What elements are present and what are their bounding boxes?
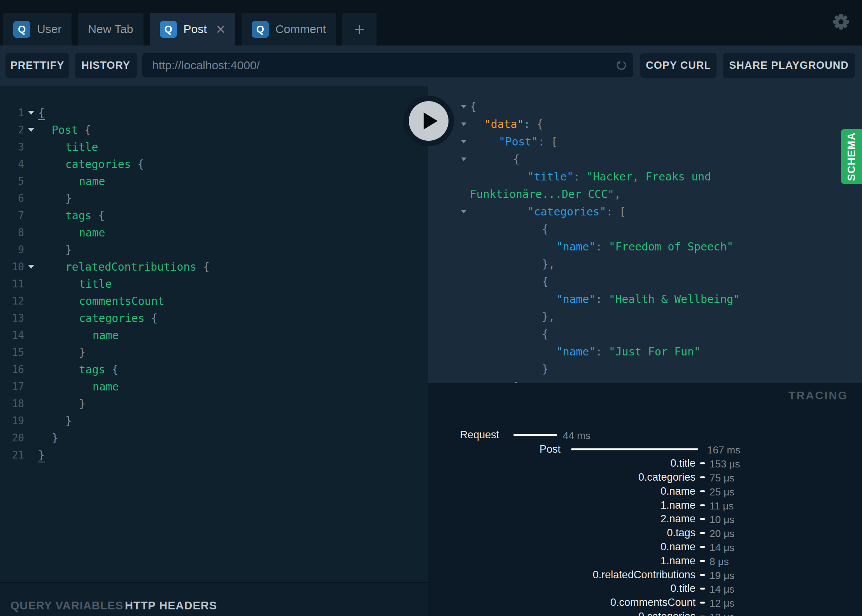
tab-label: Post — [184, 23, 207, 36]
editor-line[interactable]: 15} — [0, 344, 428, 361]
code-token: } — [65, 192, 72, 205]
chevron-down-icon — [28, 128, 34, 132]
line-number: 1 — [0, 107, 24, 119]
settings-gear-icon[interactable] — [832, 12, 850, 31]
reload-schema-icon[interactable] — [615, 60, 627, 72]
chevron-down-icon — [28, 265, 34, 269]
tracing-row: 0.tags20 μs — [428, 527, 862, 539]
code-token: { — [91, 209, 105, 222]
editor-line[interactable]: 18} — [0, 395, 428, 412]
tracing-duration-bar — [700, 504, 705, 506]
line-number: 18 — [0, 398, 24, 410]
tracing-duration-value: 14 μs — [710, 583, 734, 595]
editor-line[interactable]: 5name — [0, 173, 428, 190]
json-token: : — [596, 345, 609, 358]
prettify-button[interactable]: PRETTIFY — [5, 53, 69, 78]
tracing-span-label: 1.name — [661, 555, 696, 567]
tracing-duration-value: 19 μs — [710, 570, 734, 581]
editor-line[interactable]: 1{ — [0, 104, 428, 121]
line-number: 15 — [0, 346, 24, 358]
response-line: }, — [428, 256, 862, 273]
tracing-duration-value: 14 μs — [710, 542, 734, 553]
fold-arrow-icon[interactable] — [24, 111, 38, 115]
tab-new-tab[interactable]: New Tab — [78, 13, 143, 46]
collapse-arrow-icon[interactable] — [461, 140, 470, 144]
editor-line[interactable]: 21} — [0, 446, 428, 464]
tracing-duration-value: 13 μs — [710, 611, 734, 616]
response-line: { — [428, 326, 862, 343]
editor-line[interactable]: 17name — [0, 378, 428, 395]
tracing-span-label: Request — [460, 429, 499, 441]
tracing-duration-value: 10 μs — [710, 514, 734, 525]
editor-line[interactable]: 14name — [0, 327, 428, 344]
close-tab-icon[interactable]: × — [216, 21, 225, 37]
copy-curl-button[interactable]: COPY CURL — [640, 53, 717, 78]
json-token: "name" — [556, 293, 596, 306]
tracing-title: TRACING — [788, 389, 848, 402]
query-editor[interactable]: 1{2Post {3title4categories {5name6}7tags… — [0, 86, 428, 582]
code-token: } — [65, 415, 72, 427]
execute-query-button[interactable] — [403, 96, 454, 146]
collapse-arrow-icon[interactable] — [461, 105, 470, 108]
query-variables-tab[interactable]: QUERY VARIABLES — [11, 599, 123, 612]
json-token: { — [542, 223, 548, 236]
json-token: : { — [524, 118, 543, 131]
code-text: { — [38, 107, 45, 119]
code-token: { — [105, 363, 118, 376]
collapse-arrow-icon[interactable] — [461, 210, 470, 214]
tab-post[interactable]: QPost× — [150, 13, 235, 46]
json-token: "name" — [556, 345, 596, 358]
editor-line[interactable]: 16tags { — [0, 361, 428, 378]
collapse-arrow-icon[interactable] — [461, 158, 470, 161]
editor-line[interactable]: 7tags { — [0, 207, 428, 224]
fold-arrow-icon[interactable] — [24, 265, 38, 269]
editor-line[interactable]: 2Post { — [0, 121, 428, 138]
history-button[interactable]: HISTORY — [75, 53, 137, 78]
editor-line[interactable]: 10relatedContributions { — [0, 258, 428, 275]
code-text: } — [38, 243, 72, 256]
code-token: relatedContributions — [65, 261, 196, 273]
tracing-row: 0.name14 μs — [428, 541, 862, 553]
collapse-arrow-icon[interactable] — [461, 122, 470, 126]
editor-line[interactable]: 12commentsCount — [0, 292, 428, 310]
editor-line[interactable]: 4categories { — [0, 156, 428, 173]
editor-line[interactable]: 6} — [0, 190, 428, 207]
response-line: "categories": [ — [428, 203, 862, 220]
endpoint-url-input[interactable] — [143, 54, 633, 77]
share-playground-button[interactable]: SHARE PLAYGROUND — [723, 53, 855, 78]
editor-line[interactable]: 8name — [0, 224, 428, 241]
editor-line[interactable]: 13categories { — [0, 310, 428, 327]
tab-comment[interactable]: QComment — [242, 13, 336, 46]
tracing-panel: TRACING Request44 msPost167 ms0.title153… — [428, 383, 862, 616]
tracing-duration-value: 25 μs — [710, 486, 734, 498]
code-text: name — [38, 175, 105, 188]
new-tab-button[interactable]: + — [342, 13, 377, 46]
fold-arrow-icon[interactable] — [24, 128, 38, 132]
json-token: }, — [542, 310, 555, 323]
json-token: : — [596, 293, 609, 306]
json-token: }, — [542, 258, 555, 271]
json-token: : — [596, 240, 609, 253]
json-text: { — [470, 328, 548, 341]
editor-line[interactable]: 19} — [0, 412, 428, 429]
editor-line[interactable]: 3title — [0, 138, 428, 156]
code-token: Post — [52, 124, 78, 136]
tab-user[interactable]: QUser — [3, 13, 72, 46]
schema-tab[interactable]: SCHEMA — [841, 129, 862, 184]
json-text: ] — [470, 380, 520, 383]
editor-line[interactable]: 11title — [0, 275, 428, 292]
http-headers-tab[interactable]: HTTP HEADERS — [125, 599, 217, 612]
response-line: }, — [428, 308, 862, 326]
editor-line[interactable]: 9} — [0, 241, 428, 258]
code-text: } — [38, 397, 86, 410]
json-token: "name" — [556, 240, 596, 253]
code-token: name — [93, 380, 119, 393]
tab-label: Comment — [275, 23, 326, 36]
response-line: "name": "Health & Wellbeing" — [428, 290, 862, 308]
tracing-duration-bar — [700, 532, 705, 534]
response-line: { — [428, 273, 862, 290]
tracing-span-label: 2.name — [661, 513, 696, 525]
editor-line[interactable]: 20} — [0, 429, 428, 446]
tracing-span-label: 0.categories — [638, 471, 696, 483]
toolbar: PRETTIFY HISTORY COPY CURL SHARE PLAYGRO… — [0, 46, 862, 86]
